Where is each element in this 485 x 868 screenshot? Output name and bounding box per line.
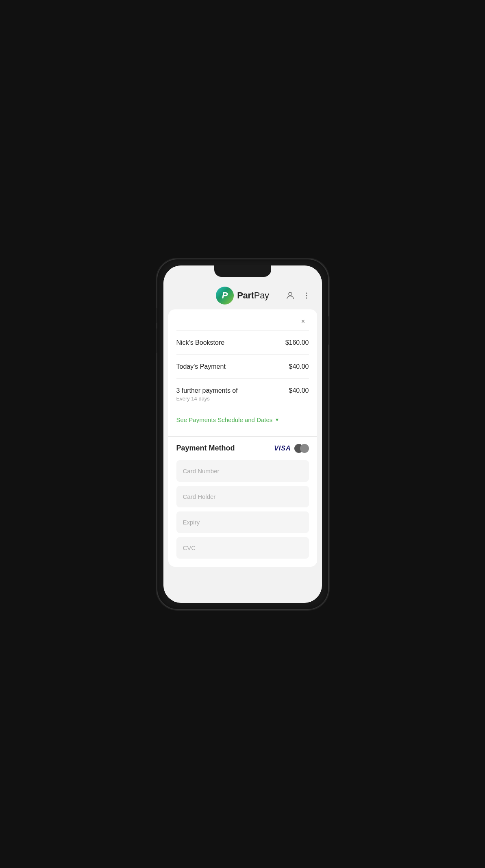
svg-point-2 — [306, 295, 307, 296]
mastercard-icon — [294, 444, 309, 453]
logo-letter: P — [222, 291, 228, 300]
store-row: Nick's Bookstore $160.00 — [168, 331, 317, 355]
header-icons — [285, 290, 312, 301]
further-label: 3 further payments of — [176, 387, 238, 394]
svg-point-1 — [306, 292, 307, 294]
card-icons: VISA — [274, 444, 309, 453]
logo-icon: P — [216, 287, 234, 305]
card-holder-input[interactable] — [176, 486, 309, 507]
app-header: P PartPay — [163, 280, 322, 309]
close-button[interactable]: × — [298, 316, 309, 327]
app-name: PartPay — [237, 290, 269, 301]
today-payment-row: Today's Payment $40.00 — [168, 355, 317, 379]
visa-icon: VISA — [274, 445, 291, 452]
further-amount: $40.00 — [289, 387, 309, 394]
chevron-down-icon: ▾ — [276, 416, 278, 423]
svg-point-0 — [289, 292, 292, 296]
payment-method-label: Payment Method — [176, 444, 235, 452]
schedule-row: See Payments Schedule and Dates ▾ — [168, 410, 317, 433]
profile-icon[interactable] — [285, 290, 296, 301]
mc-circle-right — [300, 444, 309, 453]
card-number-input[interactable] — [176, 460, 309, 482]
store-amount: $160.00 — [285, 339, 309, 346]
further-payments-row: 3 further payments of Every 14 days $40.… — [168, 379, 317, 410]
phone-notch — [214, 265, 271, 277]
volume-down-button — [156, 328, 157, 353]
card-form — [168, 460, 317, 567]
further-sublabel: Every 14 days — [176, 396, 238, 402]
today-label: Today's Payment — [176, 363, 226, 370]
main-card: × Nick's Bookstore $160.00 Today's Payme… — [168, 309, 317, 567]
svg-point-3 — [306, 297, 307, 298]
power-button — [328, 316, 330, 345]
payment-method-row: Payment Method VISA — [168, 436, 317, 460]
volume-up-button — [156, 308, 157, 323]
more-vertical-icon[interactable] — [301, 290, 312, 301]
cvc-input[interactable] — [176, 537, 309, 559]
expiry-input[interactable] — [176, 511, 309, 533]
store-name: Nick's Bookstore — [176, 339, 225, 346]
logo: P PartPay — [216, 287, 269, 305]
schedule-link[interactable]: See Payments Schedule and Dates — [176, 416, 273, 423]
today-amount: $40.00 — [289, 363, 309, 370]
close-row: × — [168, 309, 317, 331]
